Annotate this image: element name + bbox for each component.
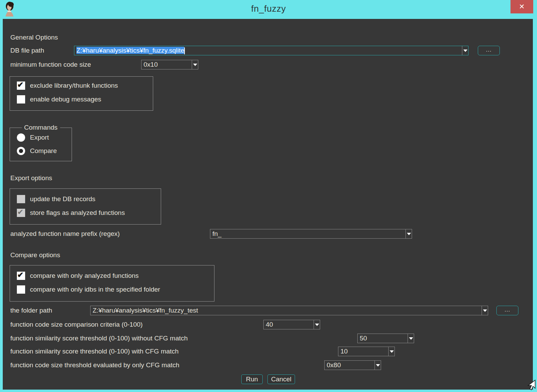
- enable-debug-row[interactable]: enable debug messages: [17, 95, 101, 104]
- compare-checkbox-group: compare with only analyzed functions com…: [10, 265, 214, 302]
- only-idbs-row[interactable]: compare with only idbs in the specified …: [17, 285, 160, 294]
- chevron-down-icon: [483, 309, 487, 312]
- commands-legend: Commands: [22, 124, 60, 131]
- threshold-without-cfg-label: function similarity score threshold (0-1…: [10, 334, 188, 343]
- only-idbs-checkbox[interactable]: [17, 285, 25, 294]
- db-file-path-selected-text: Z:¥haru¥analysis¥tics¥fn_fuzzy.sqlite: [76, 47, 184, 54]
- exclude-library-checkbox[interactable]: [17, 81, 25, 90]
- chevron-down-icon: [463, 50, 467, 52]
- compare-radio-label: Compare: [30, 147, 57, 155]
- store-flags-checkbox[interactable]: [17, 209, 25, 217]
- folder-path-browse-button[interactable]: ...: [496, 306, 518, 315]
- threshold-without-cfg-combo[interactable]: 50: [357, 334, 414, 343]
- window-title: fn_fuzzy: [0, 3, 537, 14]
- prefix-dropdown-button[interactable]: [406, 229, 412, 238]
- threshold-without-cfg-dropdown-button[interactable]: [408, 334, 414, 343]
- chevron-down-icon: [407, 233, 411, 235]
- commands-group: Commands Export Compare: [10, 128, 72, 161]
- compare-options-heading: Compare options: [10, 251, 60, 259]
- criteria-label: function code size comparison criteria (…: [10, 320, 143, 329]
- threshold-with-cfg-combo[interactable]: 10: [338, 347, 395, 356]
- export-checkbox-group: update the DB records store flags as ana…: [10, 188, 161, 225]
- folder-path-dropdown-button[interactable]: [482, 306, 488, 315]
- update-db-checkbox[interactable]: [17, 195, 25, 203]
- only-analyzed-checkbox[interactable]: [17, 272, 25, 280]
- update-db-row[interactable]: update the DB records: [17, 195, 95, 203]
- size-threshold-cfg-label: function code size threshold evaluated b…: [10, 360, 179, 370]
- size-threshold-cfg-value: 0x80: [325, 361, 375, 370]
- export-radio[interactable]: [17, 133, 25, 142]
- export-options-heading: Export options: [10, 174, 52, 182]
- chevron-down-icon: [409, 337, 413, 340]
- criteria-combo[interactable]: 40: [263, 320, 320, 329]
- min-code-size-combo[interactable]: 0x10: [141, 60, 198, 69]
- db-path-dropdown-button[interactable]: [462, 46, 468, 55]
- db-file-path-value: Z:¥haru¥analysis¥tics¥fn_fuzzy.sqlite: [74, 46, 462, 55]
- general-options-heading: General Options: [10, 34, 58, 41]
- prefix-combo[interactable]: fn_: [210, 229, 412, 239]
- threshold-with-cfg-value: 10: [338, 347, 388, 356]
- threshold-with-cfg-label: function similarity score threshold (0-1…: [10, 347, 179, 356]
- export-radio-row[interactable]: Export: [17, 133, 49, 142]
- only-analyzed-row[interactable]: compare with only analyzed functions: [17, 272, 139, 280]
- folder-path-value: Z:¥haru¥analysis¥tics¥fn_fuzzy_test: [91, 306, 482, 315]
- window: fn_fuzzy ✕ General Options DB file path …: [0, 0, 537, 392]
- threshold-without-cfg-value: 50: [358, 334, 408, 343]
- folder-path-combo[interactable]: Z:¥haru¥analysis¥tics¥fn_fuzzy_test: [90, 306, 488, 315]
- only-idbs-label: compare with only idbs in the specified …: [30, 286, 160, 293]
- folder-path-label: the folder path: [10, 306, 52, 315]
- chevron-down-icon: [390, 350, 394, 353]
- mouse-cursor: [524, 379, 536, 391]
- db-path-browse-button[interactable]: ...: [478, 46, 500, 55]
- export-radio-label: Export: [30, 134, 49, 141]
- chevron-down-icon: [193, 64, 197, 66]
- criteria-value: 40: [264, 320, 314, 329]
- exclude-library-label: exclude library/thunk functions: [30, 82, 118, 89]
- exclude-library-row[interactable]: exclude library/thunk functions: [17, 81, 118, 90]
- cancel-button[interactable]: Cancel: [267, 374, 295, 384]
- run-button[interactable]: Run: [241, 374, 263, 384]
- min-code-size-dropdown-button[interactable]: [192, 60, 198, 69]
- db-file-path-combo[interactable]: Z:¥haru¥analysis¥tics¥fn_fuzzy.sqlite: [74, 46, 468, 55]
- store-flags-row[interactable]: store flags as analyzed functions: [17, 209, 125, 217]
- update-db-label: update the DB records: [30, 195, 95, 203]
- dialog-body: General Options DB file path Z:¥haru¥ana…: [3, 19, 533, 390]
- chevron-down-icon: [376, 364, 380, 367]
- compare-radio[interactable]: [17, 147, 25, 155]
- general-checkbox-group: exclude library/thunk functions enable d…: [10, 76, 153, 111]
- chevron-down-icon: [315, 324, 319, 326]
- enable-debug-label: enable debug messages: [30, 96, 101, 103]
- min-code-size-label: minimum function code size: [10, 60, 91, 69]
- db-file-path-label: DB file path: [10, 46, 44, 55]
- prefix-value: fn_: [210, 229, 406, 238]
- size-threshold-cfg-dropdown-button[interactable]: [375, 361, 381, 370]
- compare-radio-row[interactable]: Compare: [17, 147, 57, 155]
- close-button[interactable]: ✕: [510, 0, 533, 13]
- only-analyzed-label: compare with only analyzed functions: [30, 272, 139, 280]
- threshold-with-cfg-dropdown-button[interactable]: [388, 347, 394, 356]
- size-threshold-cfg-combo[interactable]: 0x80: [324, 360, 381, 370]
- prefix-label: analyzed function name prefix (regex): [10, 229, 120, 239]
- text-caret: [184, 47, 185, 54]
- store-flags-label: store flags as analyzed functions: [30, 209, 125, 217]
- min-code-size-value: 0x10: [141, 60, 192, 69]
- enable-debug-checkbox[interactable]: [17, 95, 25, 104]
- criteria-dropdown-button[interactable]: [314, 320, 320, 329]
- title-bar[interactable]: fn_fuzzy ✕: [0, 0, 537, 19]
